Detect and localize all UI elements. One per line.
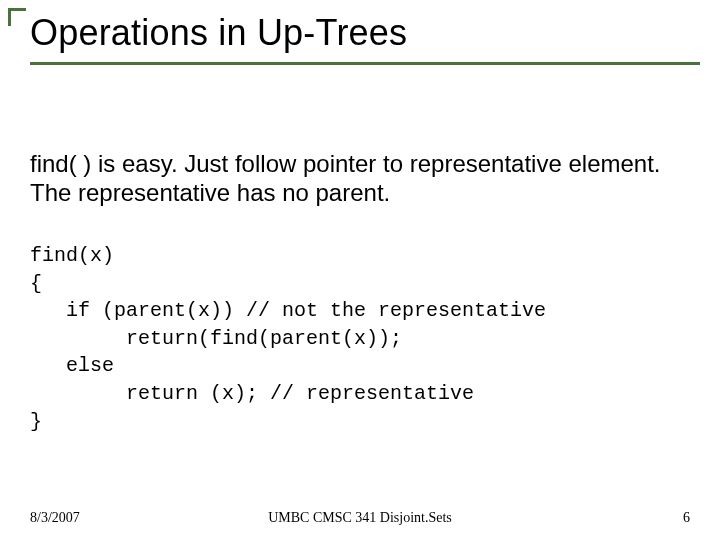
footer-center: UMBC CMSC 341 Disjoint.Sets bbox=[268, 510, 452, 526]
footer-page: 6 bbox=[683, 510, 690, 526]
code-block: find(x) { if (parent(x)) // not the repr… bbox=[30, 242, 690, 435]
footer-date: 8/3/2007 bbox=[30, 510, 80, 526]
footer: 8/3/2007 UMBC CMSC 341 Disjoint.Sets 6 bbox=[30, 510, 690, 526]
body-paragraph: find( ) is easy. Just follow pointer to … bbox=[30, 150, 690, 208]
slide-title: Operations in Up-Trees bbox=[30, 12, 700, 54]
corner-decoration bbox=[8, 8, 26, 26]
title-container: Operations in Up-Trees bbox=[30, 12, 700, 65]
